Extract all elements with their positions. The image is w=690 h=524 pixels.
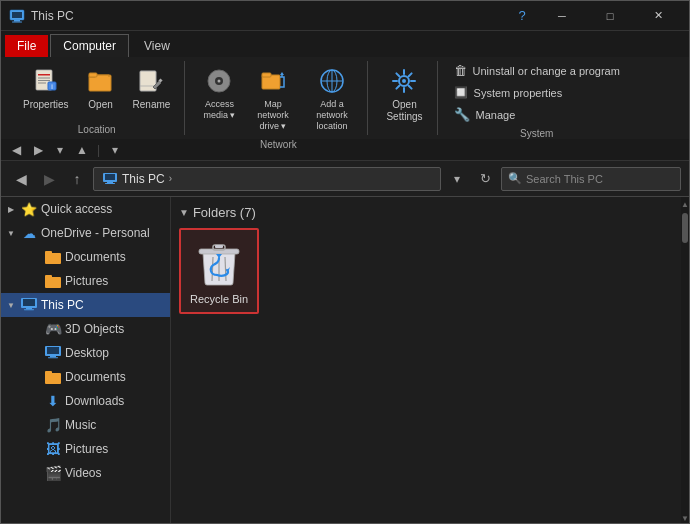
forward-button[interactable]: ▶ <box>37 167 61 191</box>
onedrive-label: OneDrive - Personal <box>41 226 150 240</box>
manage-button[interactable]: 🔧 Manage <box>450 105 624 124</box>
properties-icon: i <box>30 65 62 97</box>
minimize-button[interactable]: ─ <box>539 1 585 31</box>
search-box[interactable]: 🔍 Search This PC <box>501 167 681 191</box>
qat-separator: | <box>97 143 100 157</box>
music-icon: 🎵 <box>44 416 62 434</box>
tab-view[interactable]: View <box>131 34 183 57</box>
qat-customize-button[interactable]: ▾ <box>106 141 124 159</box>
sidebar-item-quick-access[interactable]: ▶ ⭐ Quick access <box>1 197 170 221</box>
title-bar: This PC ? ─ □ ✕ <box>1 1 689 31</box>
access-media-button[interactable]: Accessmedia ▾ <box>197 61 241 125</box>
svg-rect-46 <box>23 299 35 306</box>
svg-rect-12 <box>89 73 97 77</box>
svg-rect-39 <box>107 182 113 183</box>
documents-icon <box>44 368 62 386</box>
up-button[interactable]: ↑ <box>65 167 89 191</box>
this-pc-icon <box>20 296 38 314</box>
address-dropdown-button[interactable]: ▾ <box>445 167 469 191</box>
onedrive-icon: ☁ <box>20 224 38 242</box>
rename-button[interactable]: Rename <box>127 61 177 115</box>
svg-rect-1 <box>12 12 22 18</box>
add-location-button[interactable]: Add a networklocation <box>304 61 359 135</box>
search-placeholder: Search This PC <box>526 173 603 185</box>
back-button[interactable]: ◀ <box>9 167 33 191</box>
qat-forward-button[interactable]: ▶ <box>29 141 47 159</box>
rename-label: Rename <box>133 99 171 111</box>
uninstall-button[interactable]: 🗑 Uninstall or change a program <box>450 61 624 80</box>
content-area: ▼ Folders (7) <box>171 197 681 524</box>
svg-rect-8 <box>38 83 46 84</box>
sidebar-item-this-pc[interactable]: ▼ This PC <box>1 293 170 317</box>
scroll-down-button[interactable]: ▼ <box>681 511 689 524</box>
open-button[interactable]: Open <box>79 61 123 115</box>
svg-marker-22 <box>280 72 284 75</box>
tab-file[interactable]: File <box>5 35 48 57</box>
videos-label: Videos <box>65 466 101 480</box>
svg-line-35 <box>409 73 412 76</box>
sidebar-item-onedrive-pictures[interactable]: ▶ Pictures <box>1 269 170 293</box>
svg-rect-20 <box>262 73 271 77</box>
close-button[interactable]: ✕ <box>635 1 681 31</box>
network-group-label: Network <box>260 135 297 150</box>
sidebar-item-downloads[interactable]: ▶ ⬇ Downloads <box>1 389 170 413</box>
svg-rect-44 <box>45 275 52 279</box>
sidebar-item-documents[interactable]: ▶ Documents <box>1 365 170 389</box>
sidebar-item-3d-objects[interactable]: ▶ 🎮 3D Objects <box>1 317 170 341</box>
sidebar-item-onedrive-documents[interactable]: ▶ Documents <box>1 245 170 269</box>
scroll-thumb[interactable] <box>682 213 688 243</box>
system-properties-button[interactable]: 🔲 System properties <box>450 84 624 101</box>
3d-objects-label: 3D Objects <box>65 322 124 336</box>
main-layout: ▶ ⭐ Quick access ▼ ☁ OneDrive - Personal… <box>1 197 689 524</box>
sidebar-item-desktop[interactable]: ▶ Desktop <box>1 341 170 365</box>
videos-icon: 🎬 <box>44 464 62 482</box>
open-settings-button[interactable]: OpenSettings <box>380 61 428 127</box>
path-chevron: › <box>169 173 172 184</box>
quick-access-toolbar: ◀ ▶ ▾ ▲ | ▾ <box>1 139 689 161</box>
svg-rect-54 <box>45 371 52 375</box>
sidebar-item-onedrive[interactable]: ▼ ☁ OneDrive - Personal <box>1 221 170 245</box>
svg-rect-40 <box>105 183 115 184</box>
svg-rect-48 <box>24 309 34 310</box>
properties-button[interactable]: i Properties <box>17 61 75 115</box>
documents-label: Documents <box>65 370 126 384</box>
items-grid: Recycle Bin <box>179 228 673 314</box>
scroll-up-button[interactable]: ▲ <box>681 197 689 211</box>
system-group-label: System <box>520 124 553 139</box>
qat-up-button[interactable]: ▲ <box>73 141 91 159</box>
svg-line-34 <box>409 86 412 89</box>
uninstall-icon: 🗑 <box>454 63 467 78</box>
sidebar-item-music[interactable]: ▶ 🎵 Music <box>1 413 170 437</box>
ribbon-group-network: Accessmedia ▾ Map networkdrive ▾ <box>189 61 368 135</box>
recycle-bin-label: Recycle Bin <box>190 292 248 306</box>
quick-access-expand-icon: ▶ <box>5 203 17 215</box>
section-chevron: ▼ <box>179 207 189 218</box>
qat-back-button[interactable]: ◀ <box>7 141 25 159</box>
address-path[interactable]: This PC › <box>93 167 441 191</box>
open-icon <box>85 65 117 97</box>
manage-label: Manage <box>476 109 516 121</box>
refresh-button[interactable]: ↻ <box>473 167 497 191</box>
svg-rect-51 <box>50 356 56 357</box>
right-scrollbar[interactable]: ▲ ▼ <box>681 197 689 524</box>
map-drive-button[interactable]: Map networkdrive ▾ <box>245 61 300 135</box>
qat-dropdown-button[interactable]: ▾ <box>51 141 69 159</box>
maximize-button[interactable]: □ <box>587 1 633 31</box>
desktop-icon <box>44 344 62 362</box>
ribbon-group-location: i Properties Open <box>9 61 185 135</box>
sidebar-item-videos[interactable]: ▶ 🎬 Videos <box>1 461 170 485</box>
recycle-bin-item[interactable]: Recycle Bin <box>179 228 259 314</box>
system-items: 🗑 Uninstall or change a program 🔲 System… <box>450 61 624 124</box>
network-buttons: Accessmedia ▾ Map networkdrive ▾ <box>197 61 359 135</box>
pictures-icon: 🖼 <box>44 440 62 458</box>
map-drive-icon <box>257 65 289 97</box>
onedrive-expand-icon: ▼ <box>5 227 17 239</box>
system-props-label: System properties <box>474 87 563 99</box>
svg-point-18 <box>218 80 221 83</box>
sidebar-item-pictures[interactable]: ▶ 🖼 Pictures <box>1 437 170 461</box>
help-button[interactable]: ? <box>507 1 537 31</box>
tab-computer[interactable]: Computer <box>50 34 129 57</box>
svg-line-36 <box>397 86 400 89</box>
ribbon-group-settings: OpenSettings . <box>372 61 437 135</box>
path-pc-icon <box>102 171 118 187</box>
